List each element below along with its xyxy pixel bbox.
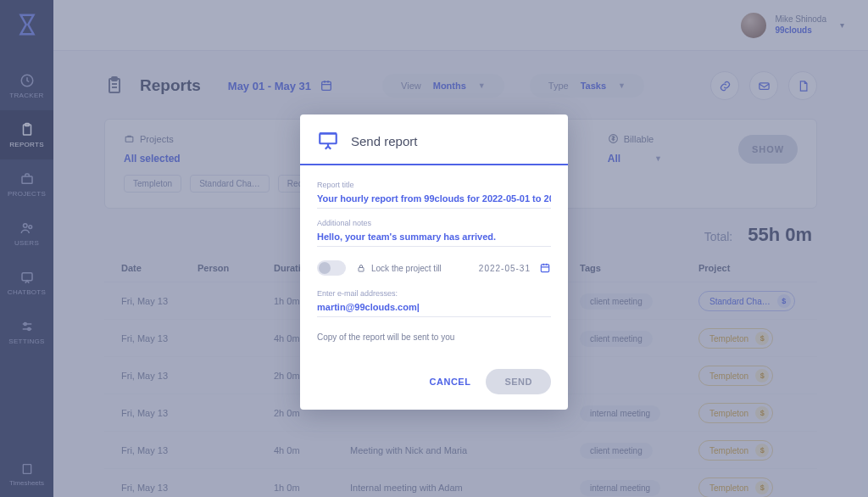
svg-rect-18 <box>541 265 548 272</box>
send-button[interactable]: SEND <box>486 369 551 394</box>
email-input[interactable] <box>317 298 551 317</box>
lock-label-text: Lock the project till <box>371 264 442 273</box>
svg-rect-17 <box>359 268 364 272</box>
lock-icon <box>356 263 366 273</box>
calendar-icon <box>539 262 551 274</box>
notes-label: Additional notes <box>317 219 551 227</box>
email-label: Enter e-mail addresses: <box>317 289 551 298</box>
report-title-input[interactable] <box>317 189 551 209</box>
report-title-label: Report title <box>317 181 551 189</box>
lock-date-value: 2022-05-31 <box>479 264 531 273</box>
lock-date-picker[interactable]: 2022-05-31 <box>479 262 551 274</box>
modal-title: Send report <box>351 134 417 148</box>
copy-note: Copy of the report will be sent to you <box>317 332 551 342</box>
notes-input[interactable] <box>317 227 551 247</box>
svg-rect-16 <box>320 133 337 143</box>
presentation-icon <box>317 130 339 152</box>
send-report-modal: Send report Report title Additional note… <box>300 114 568 410</box>
lock-toggle[interactable] <box>317 260 346 276</box>
cancel-button[interactable]: CANCEL <box>430 377 471 387</box>
